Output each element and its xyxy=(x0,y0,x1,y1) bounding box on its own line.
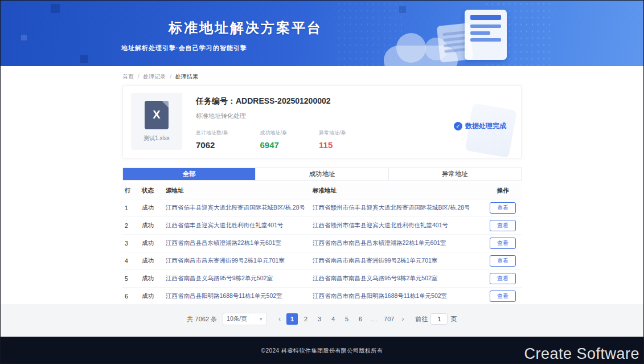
check-circle-icon: ✓ xyxy=(454,122,462,130)
cell-status: 成功 xyxy=(140,199,163,217)
cell-status: 成功 xyxy=(140,235,163,252)
stat-error-label: 异常地址/条 xyxy=(319,129,346,137)
next-page-button[interactable]: › xyxy=(397,313,408,325)
prev-page-button[interactable]: ‹ xyxy=(274,313,285,325)
file-name: 测试1.xlsx xyxy=(143,134,170,142)
page-button-2[interactable]: 2 xyxy=(300,313,311,325)
pagination-total: 共 7062 条 xyxy=(187,315,218,324)
table-row: 1 成功 江西省信丰县迎宾大道北段寄语国际花城B区/栋.28号 江西省赣州市信丰… xyxy=(122,199,522,217)
page-size-value: 10条/页 xyxy=(227,315,247,323)
table-row: 2 成功 江西省信丰县迎宾大道北胜利街住礼堂401号 江西省赣州市信丰县迎宾大道… xyxy=(122,217,522,235)
task-id-value: ADDRESS-202501200002 xyxy=(236,96,331,105)
page-button-3[interactable]: 3 xyxy=(314,313,325,325)
view-button[interactable]: 查看 xyxy=(490,273,516,284)
app-footer: ©2024 科睿特软件集团股份有限公司版权所有 Create Software xyxy=(1,337,643,364)
stat-success: 成功地址/条 6947 xyxy=(260,129,288,150)
cell-source-address: 江西省信丰县迎宾大道北胜利街住礼堂401号 xyxy=(163,217,310,235)
tab-all[interactable]: 全部 xyxy=(123,168,256,180)
breadcrumb-separator: / xyxy=(138,73,140,80)
document-illustration-front xyxy=(465,10,507,60)
breadcrumb-current: 处理结果 xyxy=(175,73,198,80)
goto-page-input[interactable] xyxy=(430,313,448,325)
page: 标准地址解决方案平台 地址解析处理引擎·会自己学习的智能引擎 首页 / 处理记录… xyxy=(0,0,644,364)
table-row: 3 成功 江西省南昌县昌东镇澄湖路22栋1单元601室 江西省南昌市南昌县昌东镇… xyxy=(122,235,522,252)
watermark: Create Software xyxy=(524,345,639,363)
stat-total: 总计地址数/条 7062 xyxy=(196,129,228,150)
header-deco-square xyxy=(21,35,27,40)
cell-standard-address: 江西省南昌市南昌县阳明路1688号11栋1单元502室 xyxy=(310,288,484,305)
page-size-select[interactable]: 10条/页 ▼ xyxy=(223,313,267,325)
cell-row-number: 5 xyxy=(122,270,140,288)
cell-row-number: 1 xyxy=(122,199,140,217)
page-button-last[interactable]: 707 xyxy=(382,313,396,325)
file-preview: X 测试1.xlsx xyxy=(131,93,182,150)
stat-total-value: 7062 xyxy=(196,140,228,150)
cell-source-address: 江西省南昌市昌东寄洲街99号2栋1单元701室 xyxy=(163,252,310,270)
more-pages-icon[interactable]: ... xyxy=(368,313,380,325)
xlsx-file-icon: X xyxy=(145,101,169,129)
page-button-4[interactable]: 4 xyxy=(327,313,339,325)
cell-row-number: 4 xyxy=(122,252,140,270)
view-button[interactable]: 查看 xyxy=(490,238,516,249)
page-title: 标准地址解决方案平台 xyxy=(169,19,322,37)
breadcrumb-separator: / xyxy=(170,73,171,80)
view-button[interactable]: 查看 xyxy=(490,291,516,302)
chevron-down-icon: ▼ xyxy=(259,317,263,322)
result-tabs: 全部 成功地址 异常地址 xyxy=(122,167,522,181)
stat-error: 异常地址/条 115 xyxy=(319,129,346,150)
tab-error[interactable]: 异常地址 xyxy=(389,168,521,180)
cell-status: 成功 xyxy=(140,252,163,270)
breadcrumb-records[interactable]: 处理记录 xyxy=(143,73,166,80)
cell-standard-address: 江西省南昌市南昌县寄洲街99号2栋1单元701室 xyxy=(310,252,484,270)
task-id: 任务编号：ADDRESS-202501200002 xyxy=(196,96,513,107)
stat-total-label: 总计地址数/条 xyxy=(196,129,228,137)
app-header: 标准地址解决方案平台 地址解析处理引擎·会自己学习的智能引擎 xyxy=(1,1,643,66)
status-badge: ✓ 数据处理完成 xyxy=(454,121,506,131)
col-header-status: 状态 xyxy=(140,183,163,199)
page-subtitle: 地址解析处理引擎·会自己学习的智能引擎 xyxy=(121,44,322,52)
cell-row-number: 2 xyxy=(122,217,140,235)
table-row: 5 成功 江西省南昌县义乌路95号9栋2单元502室 江西省南昌市南昌县义乌路9… xyxy=(122,270,522,288)
cell-standard-address: 江西省南昌市南昌县义乌路95号9栋2单元502室 xyxy=(310,270,484,288)
address-table: 行 状态 源地址 标准地址 操作 1 成功 江西省信丰县迎宾大道北段寄语国际花城… xyxy=(122,183,522,305)
cell-standard-address: 江西省赣州市信丰县迎宾大道北段寄语国际花城B区/栋.28号 xyxy=(310,199,484,217)
cell-source-address: 江西省南昌县阳明路1688号11栋1单元502室 xyxy=(163,288,310,305)
view-button[interactable]: 查看 xyxy=(490,220,516,231)
table-row: 4 成功 江西省南昌市昌东寄洲街99号2栋1单元701室 江西省南昌市南昌县寄洲… xyxy=(122,252,522,270)
goto-prefix: 前往 xyxy=(415,315,428,324)
page-button-6[interactable]: 6 xyxy=(355,313,366,325)
view-button[interactable]: 查看 xyxy=(490,202,516,214)
header-deco-square xyxy=(80,55,88,63)
task-id-label: 任务编号： xyxy=(196,96,236,105)
status-text: 数据处理完成 xyxy=(465,121,506,131)
tab-success[interactable]: 成功地址 xyxy=(256,168,388,180)
col-header-row: 行 xyxy=(122,183,140,199)
header-deco-square xyxy=(51,4,60,13)
breadcrumb: 首页 / 处理记录 / 处理结果 xyxy=(122,66,522,81)
cell-source-address: 江西省信丰县迎宾大道北段寄语国际花城B区/栋.28号 xyxy=(163,199,310,217)
goto-page: 前往 页 xyxy=(415,313,457,325)
col-header-actions: 操作 xyxy=(484,183,522,199)
copyright-text: ©2024 科睿特软件集团股份有限公司版权所有 xyxy=(261,347,383,355)
main-content: 首页 / 处理记录 / 处理结果 X 测试1.xlsx 任务编号：ADDRESS… xyxy=(1,66,643,304)
stat-success-label: 成功地址/条 xyxy=(260,129,288,137)
col-header-source: 源地址 xyxy=(163,183,310,199)
cell-source-address: 江西省南昌县昌东镇澄湖路22栋1单元601室 xyxy=(163,235,310,252)
goto-suffix: 页 xyxy=(450,315,457,324)
page-button-1[interactable]: 1 xyxy=(286,313,298,325)
stat-error-value: 115 xyxy=(319,140,346,150)
page-button-5[interactable]: 5 xyxy=(341,313,352,325)
table-row: 6 成功 江西省南昌县阳明路1688号11栋1单元502室 江西省南昌市南昌县阳… xyxy=(122,288,522,305)
col-header-standard: 标准地址 xyxy=(310,183,484,199)
stat-success-value: 6947 xyxy=(260,140,288,150)
cell-row-number: 6 xyxy=(122,288,140,305)
table-header-row: 行 状态 源地址 标准地址 操作 xyxy=(122,183,522,199)
task-card: X 测试1.xlsx 任务编号：ADDRESS-202501200002 标准地… xyxy=(122,85,522,158)
view-button[interactable]: 查看 xyxy=(490,255,516,267)
cell-row-number: 3 xyxy=(122,235,140,252)
cell-source-address: 江西省南昌县义乌路95号9栋2单元502室 xyxy=(163,270,310,288)
file-icon-letter: X xyxy=(153,108,160,121)
cell-status: 成功 xyxy=(140,270,163,288)
cell-status: 成功 xyxy=(140,288,163,305)
breadcrumb-home[interactable]: 首页 xyxy=(122,73,134,80)
